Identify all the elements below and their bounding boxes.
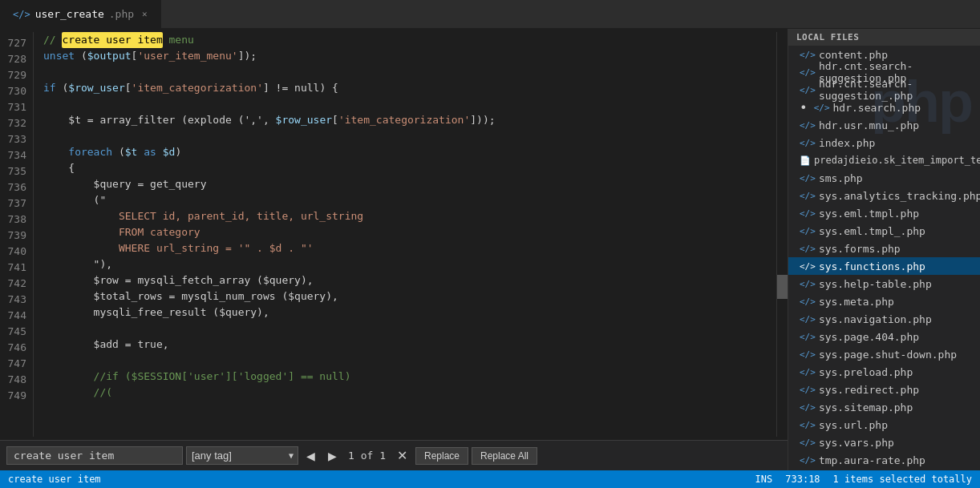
tab-close-icon[interactable]: ✕ [142,9,148,19]
code-lines[interactable]: // create user item menu unset ($output[… [34,32,776,437]
file-tree: </>content.php </>hdr.cnt.search-suggest… [788,46,980,470]
find-close-button[interactable]: ✕ [392,446,412,465]
php-file-icon: </> [800,191,816,201]
find-next-button[interactable]: ▶ [323,447,342,465]
code-line: SELECT id, parent_id, title, url_string [34,208,776,224]
code-line: "), [34,256,776,272]
php-file-icon: </> [800,367,816,377]
sidebar-header: LOCAL FILES [788,29,980,46]
file-item[interactable]: </>sys.preload.php [788,363,980,381]
code-line: mysqli_free_result ($query), [34,304,776,321]
php-file-icon: </> [800,173,816,184]
file-item[interactable]: </>sys.analytics_tracking.php [788,187,980,204]
php-file-icon: </> [800,402,816,413]
tab-php-icon: </> [13,9,30,20]
doc-file-icon: 📄 [800,155,811,166]
file-item[interactable]: </>sys.page.shut-down.php [788,345,980,363]
code-line: WHERE url_string = '" . $d . "' [34,240,776,256]
php-file-icon: </> [800,455,816,466]
file-item-active[interactable]: </>sys.functions.php [788,257,980,275]
code-line: $query = get_query [34,176,776,192]
file-item[interactable]: </>tmp.aura-rate.php [788,451,980,469]
find-prev-button[interactable]: ◀ [302,447,320,465]
code-line [34,64,776,80]
file-item[interactable]: </>sys.navigation.php [788,310,980,328]
status-selected: 1 items selected totally [833,474,972,485]
php-file-icon: </> [800,85,816,95]
code-line: //( [34,385,776,401]
file-item[interactable]: </>tmp.aura.php [788,469,980,470]
file-item[interactable]: • </>hdr.search.php [788,99,980,116]
php-file-icon: </> [800,261,816,272]
code-line: //if ($SESSION['user']['logged'] == null… [34,369,776,385]
tag-select[interactable]: [any tag] [186,446,298,465]
php-file-icon: </> [800,120,816,131]
sidebar-right: LOCAL FILES php </>content.php </>hdr.cn… [788,29,980,470]
code-line: FROM category [34,224,776,240]
php-file-icon: </> [800,438,816,448]
scrollbar[interactable] [776,32,788,437]
find-bar: [any tag] ▼ ◀ ▶ 1 of 1 ✕ Replace Replace… [0,440,788,470]
php-file-icon: </> [800,385,816,395]
status-ins[interactable]: INS [755,474,773,485]
file-item[interactable]: </>sys.eml.tmpl.php [788,204,980,222]
active-tab[interactable]: </> user_create .php ✕ [0,0,161,29]
bottom-tab-label[interactable]: create user item [8,474,101,485]
php-file-icon: </> [800,244,816,254]
code-line: $total_rows = mysqli_num_rows ($query), [34,288,776,304]
file-item[interactable]: </>sys.sitemap.php [788,398,980,416]
search-highlight: create user item [62,32,162,48]
tab-bar: </> user_create .php ✕ [0,0,980,29]
php-file-icon: </> [800,226,816,236]
status-right: INS 733:18 1 items selected totally [755,474,972,485]
tag-dropdown-wrapper: [any tag] ▼ [186,446,298,465]
file-item[interactable]: </>sys.meta.php [788,292,980,310]
php-file-icon: </> [800,332,816,342]
tab-label: user_create [35,8,104,20]
code-line: $row = mysqli_fetch_array ($query), [34,272,776,288]
code-line: // create user item menu [34,32,776,48]
file-item[interactable]: </>sys.url.php [788,416,980,434]
replace-button[interactable]: Replace [415,447,468,465]
status-bar: create user item INS 733:18 1 items sele… [0,470,980,488]
tab-ext: .php [109,8,134,20]
code-editor: 727 728 729 730 731 732 733 734 735 736 … [0,29,788,470]
find-count: 1 of 1 [345,450,389,462]
main-layout: 727 728 729 730 731 732 733 734 735 736 … [0,29,980,470]
php-file-icon: </> [800,296,816,307]
code-line [34,321,776,337]
code-line: $add = true, [34,337,776,353]
php-file-icon: </> [800,420,816,430]
php-file-icon: </> [800,349,816,360]
file-item[interactable]: 📄predajdieio.sk_item_import_test_... [788,151,980,169]
status-position[interactable]: 733:18 [785,474,820,485]
scrollbar-thumb[interactable] [777,275,788,299]
code-content[interactable]: 727 728 729 730 731 732 733 734 735 736 … [0,29,788,440]
file-item[interactable]: </>sys.vars.php [788,434,980,451]
bullet-icon: • [800,100,808,115]
php-file-icon: </> [800,314,816,325]
file-item[interactable]: </>hdr.usr.mnu_.php [788,116,980,134]
file-item[interactable]: </>hdr.cnt.search-suggestion_.php [788,81,980,99]
file-item[interactable]: </>sys.redirect.php [788,381,980,398]
php-file-icon: </> [800,208,816,219]
file-item[interactable]: </>sms.php [788,169,980,187]
file-item[interactable]: </>sys.forms.php [788,240,980,257]
php-file-icon: </> [800,50,816,60]
code-line [34,353,776,369]
code-line: foreach ($t as $d) [34,144,776,160]
php-file-icon: </> [814,103,830,113]
file-item[interactable]: </>index.php [788,134,980,151]
replace-all-button[interactable]: Replace All [472,447,537,465]
php-file-icon: </> [800,279,816,289]
search-input[interactable] [6,446,183,465]
file-item[interactable]: </>sys.page.404.php [788,328,980,345]
file-item[interactable]: </>sys.eml.tmpl_.php [788,222,980,240]
php-file-icon: </> [800,67,816,78]
code-line: if ($row_user['item_categorization'] != … [34,80,776,96]
file-item[interactable]: </>sys.help-table.php [788,275,980,292]
status-left: create user item [8,474,101,485]
code-line: unset ($output['user_item_menu']); [34,48,776,64]
code-line [34,128,776,144]
code-line: { [34,160,776,176]
